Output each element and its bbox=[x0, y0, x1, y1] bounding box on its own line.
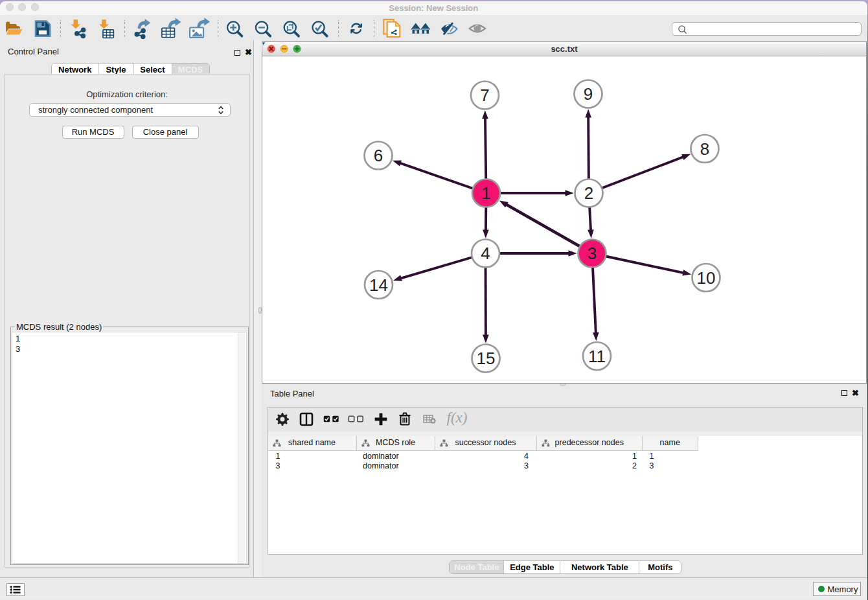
svg-text:15: 15 bbox=[477, 349, 496, 368]
svg-text:6: 6 bbox=[374, 146, 383, 165]
svg-text:2: 2 bbox=[584, 183, 593, 203]
svg-text:8: 8 bbox=[700, 139, 709, 159]
svg-text:1: 1 bbox=[481, 183, 490, 203]
svg-text:11: 11 bbox=[588, 347, 606, 366]
svg-text:3: 3 bbox=[588, 244, 597, 263]
svg-text:7: 7 bbox=[480, 86, 489, 105]
svg-text:9: 9 bbox=[584, 84, 593, 104]
svg-text:10: 10 bbox=[697, 268, 716, 288]
svg-text:4: 4 bbox=[481, 244, 490, 263]
svg-text:14: 14 bbox=[369, 275, 388, 295]
